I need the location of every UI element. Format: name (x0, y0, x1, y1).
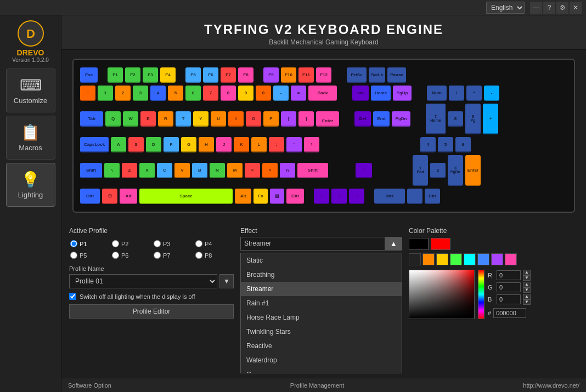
effect-item-streamer[interactable]: Streamer (241, 282, 402, 296)
key-minus[interactable]: - (273, 86, 289, 101)
close-button[interactable]: ✕ (570, 2, 582, 14)
key-capslock[interactable]: CapsLock (80, 137, 109, 152)
key-pgup[interactable]: PgUp (393, 86, 412, 101)
rgb-b-down[interactable]: ▼ (523, 299, 531, 305)
key-shift-l[interactable]: Shift (80, 163, 102, 178)
key-tab[interactable]: Tab (80, 111, 103, 127)
rgb-g-input[interactable] (497, 282, 521, 292)
key-num1[interactable]: 1End (413, 155, 428, 186)
key-num8[interactable]: 8 (448, 111, 463, 127)
key-num6[interactable]: 6 (455, 137, 471, 152)
key-e[interactable]: E (140, 111, 156, 127)
key-f3[interactable]: F3 (143, 67, 158, 83)
key-numlock[interactable]: Num (427, 86, 447, 101)
key-numminus[interactable]: - (484, 86, 499, 101)
key-ctrl-num[interactable]: Ctrl (425, 189, 440, 204)
key-backslash2[interactable]: \ (104, 163, 120, 178)
key-9[interactable]: 9 (238, 86, 253, 101)
key-a[interactable]: A (111, 137, 126, 152)
effect-item-twinkling[interactable]: Twinkling Stars (241, 325, 402, 339)
color-gradient-picker[interactable] (409, 270, 475, 319)
key-win-l[interactable]: ⊞ (102, 189, 117, 204)
key-numdiv[interactable]: / (449, 86, 464, 101)
key-backspace[interactable]: Back (308, 86, 337, 101)
key-tilde[interactable]: ~ (80, 86, 95, 101)
key-h[interactable]: H (199, 137, 214, 152)
key-f[interactable]: F (164, 137, 179, 152)
key-f6[interactable]: F6 (203, 67, 218, 83)
key-lbracket[interactable]: [ (281, 111, 296, 127)
key-rbracket[interactable]: ] (298, 111, 314, 127)
key-0[interactable]: 0 (256, 86, 271, 101)
key-l[interactable]: L (251, 137, 267, 152)
profile-p3[interactable]: P3 (153, 239, 192, 248)
key-z[interactable]: Z (122, 163, 137, 178)
hex-input[interactable] (493, 308, 526, 318)
key-num4[interactable]: 4 (420, 137, 436, 152)
key-6[interactable]: 6 (185, 86, 201, 101)
key-w[interactable]: W (123, 111, 138, 127)
rgb-r-up[interactable]: ▲ (523, 270, 531, 275)
key-f2[interactable]: F2 (125, 67, 140, 83)
minimize-button[interactable]: — (530, 2, 542, 14)
key-num9[interactable]: 9Pg (465, 104, 481, 134)
key-x[interactable]: X (139, 163, 155, 178)
key-3[interactable]: 3 (133, 86, 148, 101)
rgb-g-up[interactable]: ▲ (523, 282, 531, 287)
key-t[interactable]: T (176, 111, 191, 127)
key-esc[interactable]: Esc (80, 67, 98, 83)
key-o[interactable]: O (246, 111, 261, 127)
key-f8[interactable]: F8 (238, 67, 253, 83)
effect-item-waterdrop[interactable]: Waterdrop (241, 353, 402, 367)
key-f12[interactable]: F12 (316, 67, 331, 83)
switch-off-label[interactable]: Switch off all lighting when the display… (69, 293, 234, 300)
color-swatch-orange[interactable] (422, 253, 435, 265)
effect-item-rain1[interactable]: Rain #1 (241, 296, 402, 310)
rgb-r-down[interactable]: ▼ (523, 275, 531, 281)
color-swatch-darkgray[interactable] (409, 253, 421, 265)
effect-item-horserace[interactable]: Horse Race Lamp (241, 310, 402, 325)
key-u[interactable]: U (211, 111, 226, 127)
key-5[interactable]: 5 (168, 86, 183, 101)
effect-item-breathing[interactable]: Breathing (241, 268, 402, 282)
switch-off-checkbox[interactable] (69, 293, 76, 300)
key-num2[interactable]: 2 (430, 163, 446, 178)
key-numdot[interactable]: . (407, 189, 422, 204)
key-num5[interactable]: 5 (438, 137, 453, 152)
key-nummul[interactable]: * (466, 86, 482, 101)
key-f5[interactable]: F5 (185, 67, 201, 83)
key-left[interactable]: ← (314, 189, 329, 204)
key-f7[interactable]: F7 (221, 67, 236, 83)
key-shift-r[interactable]: Shift (297, 163, 328, 178)
rgb-r-input[interactable] (497, 270, 521, 280)
key-d[interactable]: D (146, 137, 161, 152)
color-swatch-red[interactable] (431, 238, 450, 250)
rgb-g-down[interactable]: ▼ (523, 287, 531, 293)
key-8[interactable]: 8 (221, 86, 236, 101)
key-right[interactable]: → (349, 189, 364, 204)
key-equals[interactable]: = (291, 86, 306, 101)
key-s[interactable]: S (128, 137, 144, 152)
color-swatch-cyan[interactable] (464, 253, 476, 265)
profile-name-select[interactable]: Profile 01 (69, 274, 217, 288)
profile-editor-button[interactable]: Profile Editor (69, 304, 234, 319)
key-end[interactable]: End (373, 111, 390, 127)
key-2[interactable]: 2 (115, 86, 131, 101)
key-k[interactable]: K (234, 137, 249, 152)
key-f9[interactable]: F9 (263, 67, 279, 83)
key-alt-l[interactable]: Alt (120, 189, 137, 204)
key-c[interactable]: C (157, 163, 172, 178)
key-del[interactable]: Del (354, 111, 371, 127)
key-p[interactable]: P (263, 111, 279, 127)
key-down[interactable]: ↓ (331, 189, 347, 204)
key-pause[interactable]: Pause (387, 67, 406, 83)
key-i[interactable]: I (228, 111, 244, 127)
color-swatch-black[interactable] (409, 238, 429, 250)
key-4[interactable]: 4 (150, 86, 166, 101)
key-f11[interactable]: F11 (298, 67, 314, 83)
key-quote[interactable]: ' (286, 137, 302, 152)
key-1[interactable]: 1 (98, 86, 113, 101)
key-g[interactable]: G (181, 137, 196, 152)
profile-p1[interactable]: P1 (69, 239, 109, 248)
language-select[interactable]: English (486, 2, 525, 14)
